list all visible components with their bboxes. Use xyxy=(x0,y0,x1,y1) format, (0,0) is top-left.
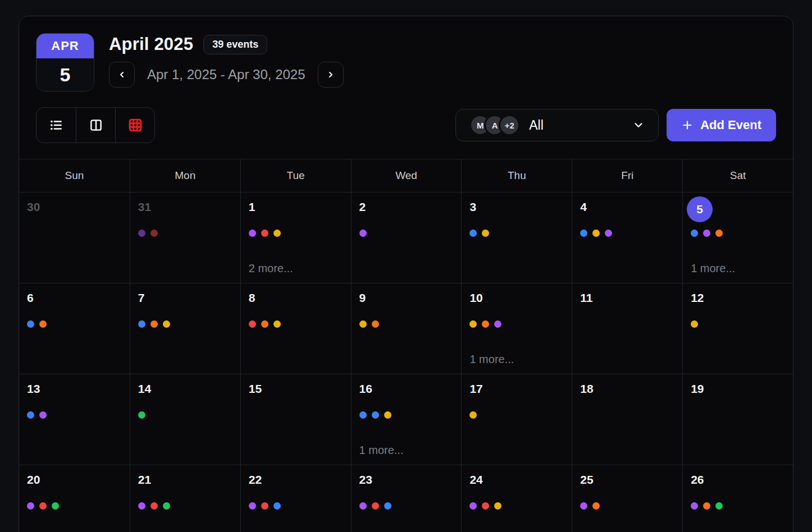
day-number: 10 xyxy=(469,291,482,305)
day-cell[interactable]: 17 xyxy=(461,374,572,465)
date-badge-month: APR xyxy=(37,34,94,58)
day-cell[interactable]: 15 xyxy=(240,374,351,465)
day-of-week-header: Tue xyxy=(240,159,351,192)
avatar-group: MA+2 xyxy=(469,114,520,136)
day-number: 12 xyxy=(691,291,704,305)
day-cell[interactable]: 25 xyxy=(572,465,682,532)
day-of-week-header: Sat xyxy=(682,159,793,192)
today-indicator: 5 xyxy=(687,196,713,222)
columns-icon xyxy=(89,118,103,132)
more-events-link[interactable]: 2 more... xyxy=(249,262,293,275)
day-cell[interactable]: 19 xyxy=(682,374,793,465)
day-cell[interactable]: 6 xyxy=(19,283,130,374)
day-cell[interactable]: 26 xyxy=(682,465,793,532)
day-number: 9 xyxy=(359,291,366,305)
more-events-link[interactable]: 1 more... xyxy=(469,353,514,366)
day-cell[interactable]: 24 xyxy=(461,465,572,532)
calendar-card: APR 5 April 2025 39 events Apr 1, 2025 -… xyxy=(19,16,793,532)
event-dots xyxy=(691,502,793,510)
event-dots xyxy=(249,320,351,328)
day-cell[interactable]: 21 xyxy=(130,465,240,532)
day-cell[interactable]: 9 xyxy=(351,283,462,374)
event-dot-blue xyxy=(359,411,367,419)
event-dot-yellow xyxy=(359,320,367,328)
chevron-right-icon xyxy=(326,70,335,79)
event-dot-green xyxy=(715,502,723,510)
day-cell[interactable]: 4 xyxy=(572,192,682,283)
event-dots xyxy=(691,320,793,328)
date-badge-day: 5 xyxy=(37,58,94,91)
day-number: 17 xyxy=(469,382,482,396)
event-dot-yellow xyxy=(494,502,501,510)
day-cell[interactable]: 20 xyxy=(19,465,130,532)
list-view-button[interactable] xyxy=(37,108,76,143)
day-cell[interactable]: 3 xyxy=(461,192,572,283)
event-dot-red xyxy=(150,230,158,237)
plus-icon xyxy=(681,119,694,131)
event-dot-yellow xyxy=(163,320,170,328)
more-events-link[interactable]: 1 more... xyxy=(359,444,404,457)
event-dot-purple xyxy=(605,230,612,237)
date-badge: APR 5 xyxy=(36,33,94,91)
calendar-grid: SunMonTueWedThuFriSat303112 more...23451… xyxy=(19,159,793,532)
add-event-button[interactable]: Add Event xyxy=(667,109,776,141)
day-cell[interactable]: 22 xyxy=(240,465,351,532)
next-period-button[interactable] xyxy=(318,62,344,88)
event-dots xyxy=(580,230,682,237)
day-number: 13 xyxy=(27,382,40,396)
day-cell[interactable]: 161 more... xyxy=(351,374,462,465)
day-cell[interactable]: 23 xyxy=(351,465,462,532)
grid-view-button[interactable] xyxy=(115,108,154,143)
event-dot-red xyxy=(482,502,489,510)
day-cell[interactable]: 51 more... xyxy=(682,192,793,283)
event-dots xyxy=(359,230,462,237)
day-of-week-header: Sun xyxy=(19,159,130,192)
day-number: 3 xyxy=(469,200,476,214)
day-number: 18 xyxy=(580,382,593,396)
event-dot-purple xyxy=(27,502,34,510)
day-cell[interactable]: 101 more... xyxy=(461,283,572,374)
day-of-week-header: Wed xyxy=(351,159,462,192)
day-cell[interactable]: 12 xyxy=(682,283,793,374)
day-cell[interactable]: 12 more... xyxy=(240,192,351,283)
event-dot-purple xyxy=(359,502,367,510)
event-dot-yellow xyxy=(482,230,489,237)
day-number: 24 xyxy=(469,473,482,487)
event-dot-yellow xyxy=(273,320,281,328)
member-filter-select[interactable]: MA+2 All xyxy=(455,109,659,141)
day-cell[interactable]: 2 xyxy=(351,192,462,283)
event-dot-green xyxy=(52,502,59,510)
day-cell[interactable]: 14 xyxy=(130,374,240,465)
event-dot-yellow xyxy=(469,411,477,419)
event-dots xyxy=(469,411,572,419)
event-dot-purple xyxy=(138,502,145,510)
day-cell[interactable]: 7 xyxy=(130,283,240,374)
day-cell[interactable]: 8 xyxy=(240,283,351,374)
day-number: 15 xyxy=(249,382,262,396)
day-cell[interactable]: 31 xyxy=(130,192,240,283)
event-dots xyxy=(580,502,682,510)
event-dot-red xyxy=(372,502,379,510)
more-events-link[interactable]: 1 more... xyxy=(691,262,735,275)
day-number: 1 xyxy=(249,200,256,214)
day-number: 20 xyxy=(27,473,40,487)
event-dots xyxy=(138,320,240,328)
event-dot-blue xyxy=(27,411,34,419)
columns-view-button[interactable] xyxy=(76,108,115,143)
event-dot-yellow xyxy=(384,411,391,419)
event-dot-purple xyxy=(691,502,698,510)
event-dots xyxy=(138,502,240,510)
prev-period-button[interactable] xyxy=(109,62,135,88)
day-cell[interactable]: 30 xyxy=(19,192,130,283)
event-dot-yellow xyxy=(469,320,477,328)
event-dots xyxy=(249,230,351,237)
event-dot-purple xyxy=(580,502,587,510)
event-dot-yellow xyxy=(691,320,698,328)
day-cell[interactable]: 11 xyxy=(572,283,682,374)
event-dot-orange xyxy=(261,320,268,328)
avatar: +2 xyxy=(499,114,520,136)
day-cell[interactable]: 13 xyxy=(19,374,130,465)
day-number: 22 xyxy=(249,473,262,487)
day-cell[interactable]: 18 xyxy=(572,374,682,465)
chevron-down-icon xyxy=(632,119,645,131)
